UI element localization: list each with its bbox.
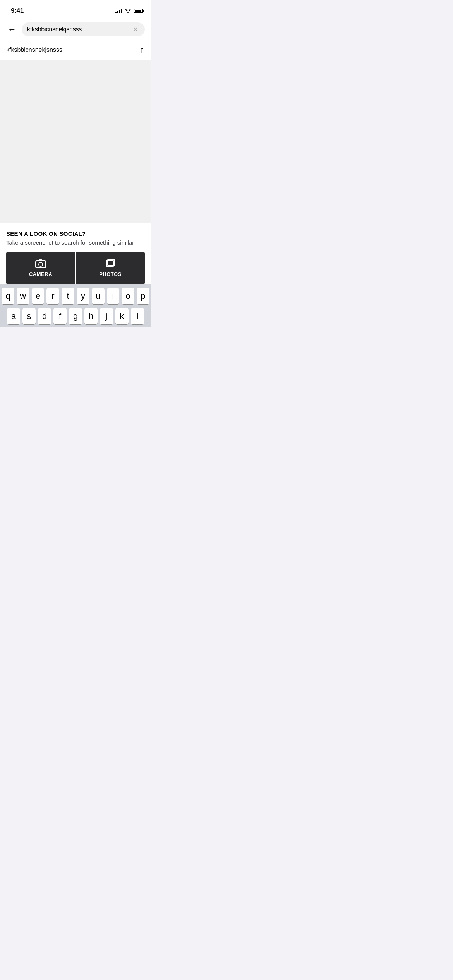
status-bar: 9:41: [0, 0, 151, 19]
status-time: 9:41: [11, 7, 24, 15]
battery-icon: [134, 9, 143, 13]
search-input-value: kfksbbicnsnekjsnsss: [27, 26, 132, 33]
photos-button[interactable]: PHOTOS: [76, 252, 145, 284]
key-f[interactable]: f: [53, 308, 67, 324]
social-heading: SEEN A LOOK ON SOCIAL?: [6, 230, 145, 237]
status-icons: [115, 8, 143, 14]
keyboard: q w e r t y u i o p a s d f g h j k l ⬆ …: [0, 284, 151, 327]
key-j[interactable]: j: [100, 308, 113, 324]
key-q[interactable]: q: [2, 288, 14, 304]
key-p[interactable]: p: [137, 288, 149, 304]
keyboard-row-2: a s d f g h j k l: [0, 308, 151, 324]
search-header: ← kfksbbicnsnekjsnsss ×: [0, 19, 151, 40]
key-d[interactable]: d: [38, 308, 51, 324]
key-u[interactable]: u: [92, 288, 105, 304]
wifi-icon: [125, 8, 131, 14]
photos-button-label: PHOTOS: [99, 271, 122, 277]
key-h[interactable]: h: [84, 308, 98, 324]
key-w[interactable]: w: [17, 288, 29, 304]
clear-button[interactable]: ×: [132, 26, 139, 33]
key-r[interactable]: r: [46, 288, 59, 304]
key-e[interactable]: e: [32, 288, 45, 304]
suggestion-text: kfksbbicnsnekjsnsss: [6, 46, 62, 53]
key-i[interactable]: i: [107, 288, 120, 304]
key-g[interactable]: g: [69, 308, 82, 324]
keyboard-row-1: q w e r t y u i o p: [0, 288, 151, 304]
back-button[interactable]: ←: [6, 24, 18, 35]
search-box[interactable]: kfksbbicnsnekjsnsss ×: [22, 22, 145, 36]
suggestion-row[interactable]: kfksbbicnsnekjsnsss ↗: [0, 40, 151, 60]
key-k[interactable]: k: [115, 308, 129, 324]
social-section: SEEN A LOOK ON SOCIAL? Take a screenshot…: [0, 223, 151, 284]
key-a[interactable]: a: [7, 308, 20, 324]
key-o[interactable]: o: [122, 288, 134, 304]
camera-button[interactable]: CAMERA: [6, 252, 75, 284]
svg-rect-0: [36, 261, 46, 268]
photos-icon: [105, 259, 116, 268]
search-suggestion-arrow-icon: ↗: [137, 45, 147, 55]
social-subtext: Take a screenshot to search for somethin…: [6, 239, 145, 246]
camera-button-label: CAMERA: [29, 271, 52, 277]
key-t[interactable]: t: [62, 288, 74, 304]
key-y[interactable]: y: [77, 288, 89, 304]
key-l[interactable]: l: [131, 308, 144, 324]
svg-point-1: [39, 262, 43, 266]
search-results-empty: [0, 60, 151, 223]
signal-icon: [115, 9, 122, 13]
key-s[interactable]: s: [22, 308, 36, 324]
camera-icon: [35, 259, 46, 268]
action-buttons: CAMERA PHOTOS: [6, 252, 145, 284]
